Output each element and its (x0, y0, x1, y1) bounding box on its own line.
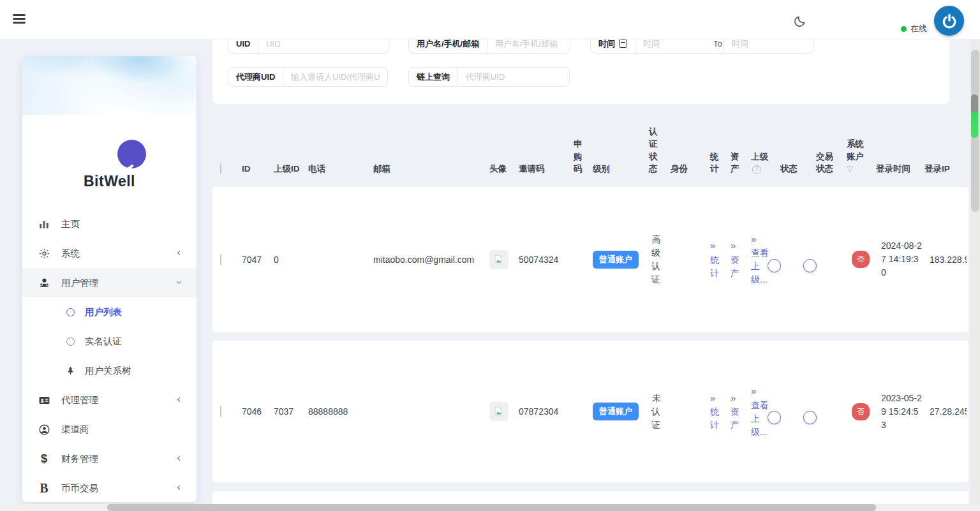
online-dot-icon (901, 26, 907, 32)
sidebar-item-label: 币币交易 (61, 482, 175, 494)
stats-link[interactable]: »统计 (710, 391, 723, 433)
dollar-icon: $ (38, 452, 50, 465)
users-icon (38, 276, 50, 289)
sidebar-item-channel[interactable]: 渠道商 (22, 415, 197, 444)
sidebar-item-label: 用户管理 (61, 277, 175, 289)
cell-auth-status: 未认证 (649, 392, 663, 432)
chain-query-input[interactable] (458, 72, 569, 82)
system-account-badge[interactable]: 否 (852, 403, 870, 420)
chevron-down-icon (175, 278, 182, 288)
sidebar-item-label: 用户关系树 (85, 365, 182, 377)
dark-mode-moon-icon[interactable] (793, 14, 807, 28)
cell-login-ip: 183.228.9 (930, 255, 967, 265)
brand-name: BitWell (22, 173, 197, 190)
sidebar-item-label: 财务管理 (61, 453, 175, 465)
sidebar-item-user-management[interactable]: 用户管理 (22, 268, 197, 297)
question-circle-icon[interactable]: ? (752, 165, 761, 174)
sidebar-item-label: 用户列表 (85, 306, 182, 318)
assets-link[interactable]: »资产 (731, 391, 743, 433)
sidebar-item-home[interactable]: 主页 (22, 209, 197, 239)
chevron-left-icon (175, 454, 182, 464)
cell-login-ip: 27.28.245 (930, 406, 967, 417)
vertical-scrollbar[interactable] (970, 40, 980, 511)
letter-b-icon: B (38, 482, 50, 494)
view-parent-link[interactable]: »查看上级... (751, 384, 773, 439)
time-filter-label: 时间 (591, 38, 635, 50)
col-header-assets: 资产 (731, 151, 743, 175)
select-all-checkbox[interactable] (220, 163, 221, 174)
col-header-trade-status: 交易状态 (816, 151, 839, 175)
agent-uid-input[interactable] (283, 72, 387, 82)
user-table: ID 上级ID 电话 邮箱 头像 邀请码 申购码 级别 认证状态 身份 统计 资… (212, 115, 969, 507)
chevron-left-icon (175, 395, 182, 405)
col-header-phone: 电话 (308, 163, 366, 175)
sidebar-item-user-tree[interactable]: 用户关系树 (22, 356, 197, 385)
radio-circle-icon (66, 307, 75, 317)
horizontal-scrollbar[interactable] (0, 504, 980, 511)
bitwell-logo-icon (117, 140, 146, 168)
vertical-scrollbar-inner-thumb[interactable] (971, 94, 978, 138)
person-circle-icon (38, 423, 50, 436)
col-header-id: ID (242, 163, 266, 175)
agent-uid-filter-group: 代理商UID (228, 67, 388, 87)
username-input[interactable] (487, 39, 570, 48)
level-badge[interactable]: 普通账户 (593, 251, 639, 269)
chevron-left-icon (175, 248, 182, 258)
sidebar: BitWell 主页 系统 用户管理 (22, 56, 197, 502)
cell-invite-code: 07872304 (519, 406, 566, 417)
col-header-parent-id: 上级ID (274, 163, 301, 175)
col-header-subscribe-code: 申购码 (574, 138, 585, 175)
chevron-left-icon (175, 483, 182, 493)
horizontal-scrollbar-thumb[interactable] (107, 504, 876, 511)
col-header-invite-code: 邀请码 (519, 163, 566, 175)
bar-chart-icon (38, 218, 50, 230)
avatar-broken-image-icon (489, 250, 509, 269)
col-header-login-ip: 登录IP (924, 163, 961, 175)
time-to-label: To (712, 39, 724, 48)
sidebar-item-user-list[interactable]: 用户列表 (22, 297, 197, 327)
stats-link[interactable]: »统计 (710, 239, 723, 280)
chain-query-filter-group: 链上查询 (408, 67, 570, 87)
cell-id: 7047 (242, 255, 266, 265)
id-card-icon (38, 394, 50, 406)
sidebar-item-label: 代理管理 (61, 394, 175, 406)
sidebar-item-label: 渠道商 (61, 424, 182, 436)
hamburger-menu-icon[interactable] (13, 14, 26, 24)
sidebar-item-finance[interactable]: $ 财务管理 (22, 444, 197, 473)
col-header-status: 状态 (780, 163, 808, 175)
cell-id: 7046 (242, 406, 266, 417)
sidebar-item-label: 实名认证 (85, 336, 182, 348)
sidebar-item-agent-management[interactable]: 代理管理 (22, 385, 197, 415)
sidebar-item-spot-trade[interactable]: B 币币交易 (22, 473, 197, 502)
cell-auth-status: 高级认证 (649, 233, 663, 286)
top-bar: 在线 (0, 0, 980, 40)
view-parent-link[interactable]: »查看上级... (751, 232, 773, 287)
gear-icon (38, 247, 50, 260)
filter-funnel-icon[interactable]: ▽ (847, 164, 853, 174)
radio-circle-icon (66, 337, 75, 346)
row-checkbox[interactable] (220, 406, 221, 417)
sidebar-item-real-name-auth[interactable]: 实名认证 (22, 327, 197, 356)
online-label: 在线 (910, 23, 927, 34)
cell-phone: 88888888 (308, 406, 366, 417)
time-end-input[interactable] (724, 39, 801, 48)
col-header-level: 级别 (593, 163, 641, 175)
chain-query-filter-label: 链上查询 (409, 71, 457, 83)
tree-icon (66, 366, 75, 376)
col-header-avatar: 头像 (489, 163, 511, 175)
level-badge[interactable]: 普通账户 (593, 403, 639, 420)
cell-login-time: 2023-05-29 15:24:53 (881, 392, 922, 432)
cell-invite-code: 50074324 (519, 255, 566, 265)
col-header-identity: 身份 (671, 163, 702, 175)
user-avatar-power-icon[interactable] (934, 6, 964, 36)
sidebar-item-system[interactable]: 系统 (22, 239, 197, 268)
row-checkbox[interactable] (220, 254, 221, 265)
cell-parent-id: 7037 (274, 406, 301, 417)
uid-input[interactable] (258, 39, 389, 48)
system-account-badge[interactable]: 否 (852, 251, 870, 268)
col-header-login-time: 登录时间 (876, 163, 917, 175)
sidebar-menu: 主页 系统 用户管理 用户列表 实名认证 (22, 209, 197, 502)
time-start-input[interactable] (635, 39, 712, 48)
assets-link[interactable]: »资产 (731, 239, 743, 280)
cell-email: mitaobo.com@gmail.com (373, 255, 482, 265)
